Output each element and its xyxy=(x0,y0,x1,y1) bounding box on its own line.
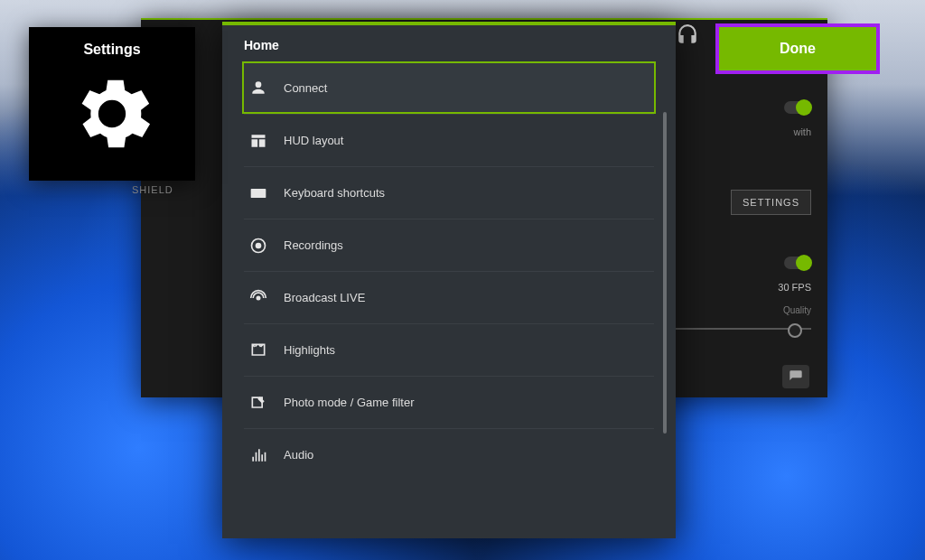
menu-item-label: Recordings xyxy=(284,238,343,252)
toggle-2[interactable] xyxy=(784,257,811,269)
panel-title: Home xyxy=(222,25,676,61)
done-button[interactable]: Done xyxy=(715,23,880,74)
menu-item-recordings[interactable]: Recordings xyxy=(244,219,654,271)
svg-point-2 xyxy=(257,295,261,300)
menu-item-label: Keyboard shortcuts xyxy=(284,186,385,200)
menu-item-photo[interactable]: Photo mode / Game filter xyxy=(244,376,654,428)
menu-item-broadcast[interactable]: Broadcast LIVE xyxy=(244,271,654,323)
record-icon xyxy=(249,237,267,255)
photo-icon xyxy=(249,394,267,412)
menu-item-keyboard[interactable]: Keyboard shortcuts xyxy=(244,166,654,219)
svg-point-1 xyxy=(256,242,262,248)
side-tab-shield[interactable]: SHIELD xyxy=(132,184,173,195)
layout-icon xyxy=(249,132,267,150)
menu-item-label: Connect xyxy=(284,81,327,95)
menu-item-label: HUD layout xyxy=(284,134,343,147)
gear-icon xyxy=(65,67,159,161)
with-label: with xyxy=(793,126,811,137)
settings-button[interactable]: SETTINGS xyxy=(731,190,811,215)
keyboard-icon xyxy=(249,184,267,202)
audio-icon xyxy=(249,446,267,464)
menu-item-audio[interactable]: Audio xyxy=(244,428,654,481)
menu-item-label: Photo mode / Game filter xyxy=(284,396,415,409)
toggle-1[interactable] xyxy=(784,101,811,114)
highlights-icon xyxy=(249,341,267,359)
settings-menu: Connect HUD layout Keyboard shortcuts Re… xyxy=(222,61,676,538)
panel-scrollbar[interactable] xyxy=(663,112,667,434)
menu-item-connect[interactable]: Connect xyxy=(242,61,656,114)
menu-item-highlights[interactable]: Highlights xyxy=(244,323,654,376)
share-overlay-settings-panel: Home Connect HUD layout Keyboard shortcu… xyxy=(222,22,676,538)
headset-icon[interactable] xyxy=(676,23,699,47)
fps-value: 30 FPS xyxy=(778,282,811,293)
broadcast-icon xyxy=(249,289,267,307)
menu-item-label: Broadcast LIVE xyxy=(284,291,365,304)
menu-item-label: Audio xyxy=(284,448,313,462)
person-icon xyxy=(249,79,267,97)
menu-item-label: Highlights xyxy=(284,343,335,357)
settings-tile[interactable]: Settings xyxy=(29,27,195,181)
feedback-icon[interactable] xyxy=(782,365,809,388)
settings-tile-label: Settings xyxy=(83,42,140,58)
menu-item-hud[interactable]: HUD layout xyxy=(244,114,654,166)
